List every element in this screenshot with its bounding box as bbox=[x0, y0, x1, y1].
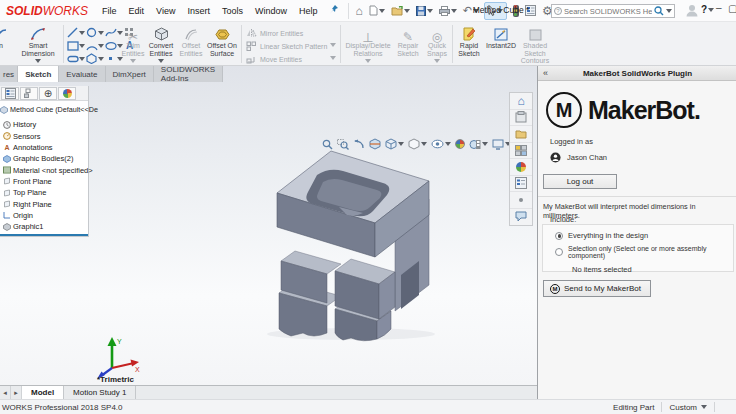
tab-dimxpert[interactable]: DimXpert bbox=[106, 66, 154, 82]
search-icon bbox=[654, 6, 664, 16]
search-box[interactable]: ? bbox=[551, 4, 675, 18]
repair-sketch-button[interactable]: ✎ Repair Sketch bbox=[394, 25, 422, 57]
rapid-sketch-button[interactable]: Rapid Sketch bbox=[455, 25, 483, 57]
previous-view-icon[interactable] bbox=[353, 139, 365, 150]
appearances-scenes-icon[interactable] bbox=[510, 159, 532, 176]
pin-menu-icon[interactable] bbox=[329, 4, 339, 17]
featuremanager-tab-icon[interactable] bbox=[1, 87, 19, 100]
shaded-sketch-contours-button[interactable]: Shaded Sketch Contours bbox=[518, 25, 552, 65]
motion-study-tab[interactable]: Motion Study 1 bbox=[64, 386, 136, 399]
tab-scroll-right[interactable]: ▸ bbox=[11, 386, 22, 399]
panel-collapse-button[interactable]: « bbox=[538, 68, 553, 78]
open-button[interactable] bbox=[388, 2, 413, 20]
tree-item-graphic1[interactable]: Graphic1 bbox=[0, 221, 88, 232]
view-orientation-icon[interactable] bbox=[385, 138, 404, 150]
spline-tool[interactable] bbox=[104, 26, 117, 39]
smart-dimension-button[interactable]: Smart Dimension bbox=[15, 25, 61, 63]
tab-features-partial[interactable]: res bbox=[0, 66, 18, 82]
display-style-icon[interactable] bbox=[408, 138, 427, 150]
apply-scene-icon[interactable] bbox=[469, 139, 488, 150]
user-avatar-icon bbox=[550, 152, 561, 163]
slot-tool[interactable] bbox=[66, 52, 79, 65]
option-everything[interactable]: Everything in the design bbox=[555, 231, 733, 240]
save-button[interactable] bbox=[413, 2, 436, 20]
home-button[interactable]: ⌂ bbox=[352, 2, 365, 20]
tree-item-origin[interactable]: Origin bbox=[0, 210, 88, 221]
tree-root-item[interactable]: Method Cube (Default<<De bbox=[0, 104, 88, 115]
log-out-button[interactable]: Log out bbox=[543, 174, 617, 189]
circle-tool[interactable] bbox=[85, 26, 98, 39]
minimize-button[interactable]: – bbox=[716, 2, 722, 13]
displaymanager-tab-icon[interactable] bbox=[58, 87, 76, 100]
new-document-button[interactable] bbox=[366, 2, 388, 20]
zoom-to-fit-icon[interactable] bbox=[322, 139, 333, 150]
tab-evaluate[interactable]: Evaluate bbox=[59, 66, 105, 82]
display-delete-relations-button[interactable]: ⊥ Display/Delete Relations bbox=[344, 25, 392, 63]
tab-solidworks-addins[interactable]: SOLIDWORKS Add-Ins bbox=[154, 66, 223, 82]
send-to-makerbot-button[interactable]: M Send to My MakerBot bbox=[543, 280, 651, 297]
tree-item-annotations[interactable]: AAnnotations bbox=[0, 142, 88, 153]
view-palette-icon[interactable] bbox=[510, 143, 532, 160]
tab-scroll-left[interactable]: ◂ bbox=[0, 386, 11, 399]
status-bar: WORKS Professional 2018 SP4.0 Editing Pa… bbox=[0, 399, 736, 414]
point-tool[interactable] bbox=[104, 52, 117, 65]
custom-properties-icon[interactable] bbox=[510, 176, 532, 193]
hide-show-items-icon[interactable] bbox=[431, 139, 451, 149]
menu-help[interactable]: Help bbox=[293, 6, 324, 16]
tree-item-top-plane[interactable]: Top Plane bbox=[0, 187, 88, 198]
ellipse-tool[interactable] bbox=[104, 39, 117, 52]
tree-item-material[interactable]: Material <not specified> bbox=[0, 164, 88, 175]
tab-sketch[interactable]: Sketch bbox=[18, 66, 59, 82]
edit-appearance-icon[interactable] bbox=[455, 139, 465, 149]
model-tab[interactable]: Model bbox=[22, 386, 64, 399]
no-items-label: No items selected bbox=[572, 265, 733, 274]
rectangle-tool[interactable] bbox=[66, 39, 79, 52]
tree-item-right-plane[interactable]: Right Plane bbox=[0, 198, 88, 209]
zoom-to-area-icon[interactable] bbox=[337, 139, 349, 150]
menu-window[interactable]: Window bbox=[249, 6, 293, 16]
resources-home-icon[interactable]: ⌂ bbox=[510, 93, 532, 110]
propertymanager-tab-icon[interactable] bbox=[20, 87, 38, 100]
section-view-icon[interactable] bbox=[369, 138, 381, 150]
instant2d-button[interactable]: Instant2D bbox=[485, 25, 517, 50]
mirror-entities-button[interactable]: Mirror Entities bbox=[246, 28, 303, 38]
rollback-bar[interactable] bbox=[0, 234, 88, 236]
dimxpertmanager-tab-icon[interactable]: ⊕ bbox=[39, 87, 57, 100]
task-pane-tabs: ⌂ bbox=[509, 92, 533, 226]
units-selector[interactable]: Custom bbox=[669, 403, 707, 412]
quick-snaps-button[interactable]: ◎ Quick Snaps bbox=[424, 25, 450, 63]
makerbot-logo: M MakerBot. bbox=[546, 92, 700, 128]
line-tool[interactable] bbox=[66, 26, 79, 39]
file-explorer-icon[interactable] bbox=[510, 126, 532, 143]
sketch-flyout-partial[interactable]: n bbox=[0, 25, 8, 50]
forum-icon[interactable] bbox=[510, 209, 532, 226]
restore-window-button[interactable]: ▢ bbox=[728, 3, 736, 14]
move-entities-button[interactable]: Move Entities bbox=[246, 54, 302, 64]
convert-entities-button[interactable]: Convert Entities bbox=[146, 25, 176, 63]
model-3d[interactable] bbox=[243, 133, 458, 343]
trim-entities-button[interactable]: ✂ Trim Entities bbox=[120, 25, 146, 63]
offset-on-surface-button[interactable]: Offset On Surface bbox=[206, 25, 238, 57]
radio-everything[interactable] bbox=[555, 232, 563, 240]
command-tab-bar: res Sketch Evaluate DimXpert SOLIDWORKS … bbox=[0, 66, 204, 82]
tree-item-sensors[interactable]: Sensors bbox=[0, 131, 88, 142]
menu-edit[interactable]: Edit bbox=[123, 6, 151, 16]
search-input[interactable] bbox=[564, 7, 652, 16]
menu-file[interactable]: File bbox=[96, 6, 123, 16]
tree-item-front-plane[interactable]: Front Plane bbox=[0, 176, 88, 187]
arc-tool[interactable] bbox=[85, 39, 98, 52]
design-library-icon[interactable] bbox=[510, 110, 532, 127]
user-account-icon[interactable] bbox=[686, 4, 698, 19]
tree-item-graphic-bodies[interactable]: Graphic Bodies(2) bbox=[0, 153, 88, 164]
tree-item-history[interactable]: History bbox=[0, 119, 88, 130]
polygon-tool[interactable] bbox=[85, 52, 98, 65]
menu-view[interactable]: View bbox=[150, 6, 181, 16]
option-selection-only[interactable]: Selection only (Select one or more assem… bbox=[555, 245, 733, 259]
offset-entities-button[interactable]: Offset Entities bbox=[177, 25, 205, 57]
help-button[interactable]: ? bbox=[701, 4, 714, 15]
auto-hide-pin-icon[interactable] bbox=[510, 192, 532, 209]
menu-tools[interactable]: Tools bbox=[216, 6, 249, 16]
linear-sketch-pattern-button[interactable]: Linear Sketch Pattern bbox=[246, 41, 327, 51]
menu-insert[interactable]: Insert bbox=[181, 6, 216, 16]
radio-selection-only[interactable] bbox=[555, 248, 563, 256]
